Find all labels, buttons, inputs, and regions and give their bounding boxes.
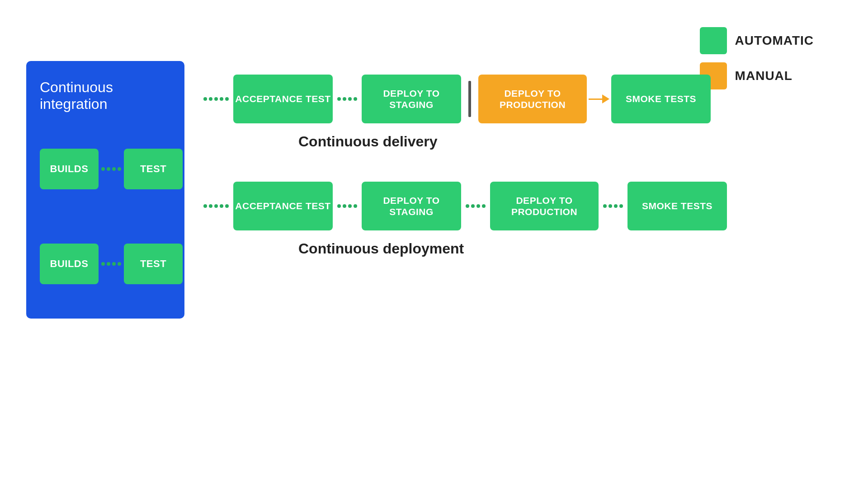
- deployment-row: ACCEPTANCE TEST DEPLOY TO STAGING: [199, 182, 845, 230]
- dots-dep1: [333, 204, 362, 208]
- ci-test-2: TEST: [124, 244, 183, 284]
- delivery-acceptance-test: ACCEPTANCE TEST: [233, 75, 333, 123]
- dots-dep2: [461, 204, 490, 208]
- deployment-smoke-tests: SMOKE TESTS: [627, 182, 727, 230]
- ci-test-1: TEST: [124, 149, 183, 189]
- automatic-label: AUTOMATIC: [735, 33, 814, 48]
- dot: [112, 262, 116, 266]
- gate-bar: [468, 81, 471, 117]
- dots-d0: [199, 97, 233, 101]
- dot: [107, 262, 110, 266]
- delivery-smoke-tests: SMOKE TESTS: [611, 75, 711, 123]
- arrow-connector: [587, 94, 611, 103]
- delivery-label: Continuous delivery: [199, 133, 845, 150]
- dot: [118, 167, 121, 171]
- delivery-row: ACCEPTANCE TEST DEPLOY TO STAGING DEPLOY…: [199, 75, 845, 123]
- arrow-line: [589, 99, 602, 100]
- dot: [118, 262, 121, 266]
- deployment-deploy-staging: DEPLOY TO STAGING: [362, 182, 461, 230]
- pipeline-area: ACCEPTANCE TEST DEPLOY TO STAGING DEPLOY…: [199, 61, 845, 257]
- deployment-acceptance-test: ACCEPTANCE TEST: [233, 182, 333, 230]
- dot: [112, 167, 116, 171]
- deployment-label: Continuous deployment: [199, 240, 845, 257]
- dot: [101, 167, 105, 171]
- deployment-deploy-production: DEPLOY TO PRODUCTION: [490, 182, 599, 230]
- arrow-head: [602, 94, 609, 103]
- dots-d1: [333, 97, 362, 101]
- ci-title: Continuous integration: [40, 79, 171, 113]
- dots-dep0: [199, 204, 233, 208]
- dots-ci-1: [99, 167, 124, 171]
- legend-automatic: AUTOMATIC: [700, 27, 814, 54]
- dots-dep3: [599, 204, 627, 208]
- dot: [101, 262, 105, 266]
- delivery-deploy-production: DEPLOY TO PRODUCTION: [478, 75, 587, 123]
- dot: [107, 167, 110, 171]
- ci-box: Continuous integration BUILDS TEST BUILD…: [26, 61, 184, 319]
- ci-builds-2: BUILDS: [40, 244, 99, 284]
- automatic-color-box: [700, 27, 727, 54]
- ci-row-2: BUILDS TEST: [40, 244, 183, 284]
- pipeline-separator: [199, 150, 845, 177]
- dots-ci-2: [99, 262, 124, 266]
- ci-row-1: BUILDS TEST: [40, 149, 183, 189]
- manual-gate: [461, 81, 478, 117]
- delivery-deploy-staging: DEPLOY TO STAGING: [362, 75, 461, 123]
- ci-builds-1: BUILDS: [40, 149, 99, 189]
